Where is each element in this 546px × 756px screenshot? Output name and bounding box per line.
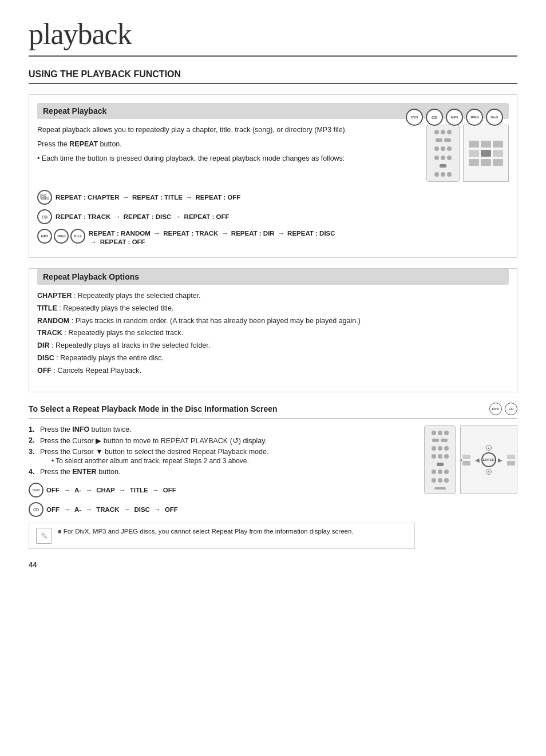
disc-icons-row: DVD CD MP3 JPEG DivX xyxy=(406,109,503,126)
bottom-right-remotes: ▲ ◀ ENTER ▶ ▼ → xyxy=(424,425,517,549)
bottom-left: 1. Press the INFO button twice. 2. Press… xyxy=(29,425,415,549)
disc-info-flows: DVD OFF → A- → CHAP → TITLE → OFF CD OFF… xyxy=(29,483,415,517)
option-title: TITLE : Repeatedly plays the selected ti… xyxy=(37,303,509,314)
flow-row-mp3: MP3 JPEG DivX REPEAT : RANDOM → REPEAT :… xyxy=(37,229,509,246)
dvd-icon: DVD xyxy=(406,109,423,126)
flow-row-cd: CD REPEAT : TRACK → REPEAT : DISC → REPE… xyxy=(37,209,509,224)
divx-flow-icon: DivX xyxy=(70,229,85,244)
option-random: RANDOM : Plays tracks in random order. (… xyxy=(37,316,509,327)
flow-mp3-off: REPEAT : OFF xyxy=(100,238,145,245)
mp3-icon: MP3 xyxy=(446,109,463,126)
disc-info-title: To Select a Repeat Playback Mode in the … xyxy=(29,404,484,413)
divx-icon: DivX xyxy=(486,109,503,126)
cd-disc-icon: CD xyxy=(505,403,517,415)
bottom-row: 1. Press the INFO button twice. 2. Press… xyxy=(29,425,517,549)
step-2: 2. Press the Cursor ▶ button to move to … xyxy=(29,436,415,445)
repeat-options-title: Repeat Playback Options xyxy=(37,269,509,285)
disc-info-flow-cd: CD OFF → A- → TRACK → DISC → OFF xyxy=(29,502,415,517)
disc-info-flow-dvd: DVD OFF → A- → CHAP → TITLE → OFF xyxy=(29,483,415,498)
repeat-options-block: Repeat Playback Options CHAPTER : Repeat… xyxy=(29,268,517,392)
option-chapter: CHAPTER : Repeatedly plays the selected … xyxy=(37,291,509,301)
remote-sketch xyxy=(426,125,460,182)
note-text: For DivX, MP3 and JPEG discs, you cannot… xyxy=(64,528,354,535)
steps-list: 1. Press the INFO button twice. 2. Press… xyxy=(29,425,415,476)
cd-flow-icon: CD xyxy=(37,209,52,224)
step-3: 3. Press the Cursor ▼ button to select t… xyxy=(29,448,415,465)
step-3-sub: • To select another album and track, rep… xyxy=(40,457,268,465)
remote-image xyxy=(426,125,509,182)
mp3-flow-icon: MP3 xyxy=(37,229,52,244)
flow-cd-text: REPEAT : TRACK → REPEAT : DISC → REPEAT … xyxy=(56,213,230,221)
section-heading: USING THE PLAYBACK FUNCTION xyxy=(29,69,517,84)
jpeg-flow-icon: JPEG xyxy=(54,229,69,244)
display-sketch2: ▲ ◀ ENTER ▶ ▼ → xyxy=(460,425,517,494)
jpeg-icon: JPEG xyxy=(466,109,483,126)
remote-sketch2 xyxy=(424,425,456,494)
option-track: TRACK : Repeatedly plays the selected tr… xyxy=(37,328,509,339)
display-sketch xyxy=(463,125,509,182)
flow-dvd-text: REPEAT : CHAPTER → REPEAT : TITLE → REPE… xyxy=(56,193,240,201)
enter-circle: ENTER xyxy=(481,452,496,467)
step-4: 4. Press the ENTER button. xyxy=(29,468,415,476)
page-title: playback xyxy=(29,17,517,57)
option-off: OFF : Cancels Repeat Playback. xyxy=(37,365,509,376)
note-box: ✎ ■ For DivX, MP3 and JPEG discs, you ca… xyxy=(29,523,415,549)
dvd-disc-icon: DVD xyxy=(489,403,502,415)
page-number: 44 xyxy=(29,560,517,569)
repeat-playback-block: DVD CD MP3 JPEG DivX Repeat Playback Rep… xyxy=(29,94,517,258)
option-disc: DISC : Repeatedly plays the entire disc. xyxy=(37,353,509,364)
flow-section: DVDVIDEO REPEAT : CHAPTER → REPEAT : TIT… xyxy=(37,190,509,246)
flow-row-dvd: DVDVIDEO REPEAT : CHAPTER → REPEAT : TIT… xyxy=(37,190,509,205)
option-dir: DIR : Repeatedly plays all tracks in the… xyxy=(37,340,509,351)
dvd-video-icon: DVDVIDEO xyxy=(37,190,52,205)
flow-mp3-text: REPEAT : RANDOM → REPEAT : TRACK → REPEA… xyxy=(89,230,335,237)
dvd-small-icon: DVD xyxy=(29,483,43,498)
note-icon: ✎ xyxy=(36,528,52,544)
repeat-playback-description: Repeat playback allows you to repeatedly… xyxy=(37,125,417,182)
cd-small-icon: CD xyxy=(29,502,43,517)
step-1: 1. Press the INFO button twice. xyxy=(29,425,415,433)
options-list: CHAPTER : Repeatedly plays the selected … xyxy=(37,291,509,376)
disc-info-section: To Select a Repeat Playback Mode in the … xyxy=(29,403,517,549)
cd-icon: CD xyxy=(426,109,443,126)
